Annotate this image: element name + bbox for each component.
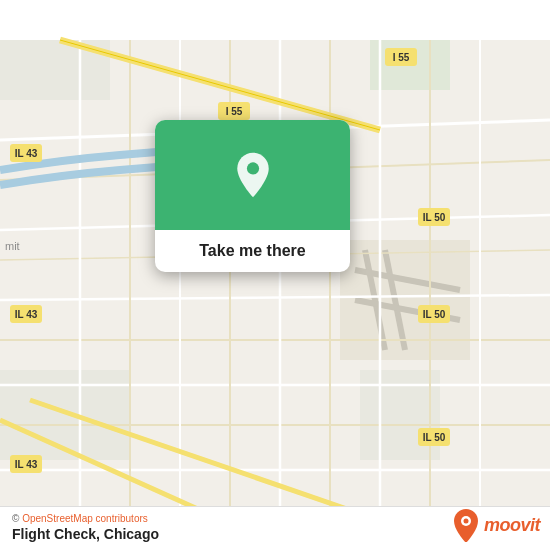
popup-card: Take me there [155,120,350,272]
svg-text:IL 43: IL 43 [15,459,38,470]
svg-text:I 55: I 55 [393,52,410,63]
map-background: I 55 I 55 IL 43 IL 43 IL 43 IL 50 IL 50 … [0,0,550,550]
popup-card-header [155,120,350,230]
svg-text:IL 43: IL 43 [15,148,38,159]
svg-point-51 [246,162,258,174]
popup-card-body: Take me there [155,230,350,272]
svg-text:IL 50: IL 50 [423,212,446,223]
svg-text:mit: mit [5,240,20,252]
location-pin-icon [229,151,277,199]
svg-text:IL 50: IL 50 [423,432,446,443]
popup-arrow [241,270,265,272]
svg-text:IL 43: IL 43 [15,309,38,320]
svg-text:I 55: I 55 [226,106,243,117]
svg-rect-4 [360,370,440,460]
svg-text:IL 50: IL 50 [423,309,446,320]
moovit-pin-icon [452,508,480,542]
moovit-brand-text: moovit [484,515,540,536]
svg-rect-3 [0,370,130,460]
take-me-there-button[interactable]: Take me there [165,242,340,260]
map-container: I 55 I 55 IL 43 IL 43 IL 43 IL 50 IL 50 … [0,0,550,550]
svg-point-53 [463,519,468,524]
moovit-logo: moovit [452,508,540,542]
attribution-link[interactable]: OpenStreetMap contributors [22,513,148,524]
attribution-prefix: © [12,513,22,524]
